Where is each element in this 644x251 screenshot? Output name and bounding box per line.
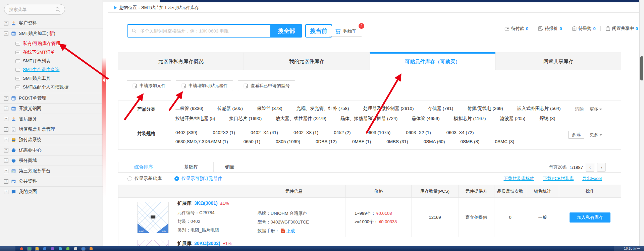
sidebar-item-public-data[interactable]: + 公共资料 [0,176,103,186]
datasheet-download-link[interactable]: 下载 [286,227,295,235]
tab-my-components[interactable]: 我的元器件库存 [244,52,369,70]
category-filter[interactable]: 嵌入式外围芯片 (564) [517,106,561,112]
taskbar-app-icon[interactable] [20,247,23,250]
category-filter[interactable]: 存储器 (781) [428,106,453,112]
package-filter[interactable]: 0DBS (12) [316,139,337,144]
package-filter[interactable]: 0630,SMD,7.3X6.6MM (1) [175,139,228,144]
expand-plus-icon[interactable]: + [4,96,8,101]
search-current-button[interactable]: 搜当前 [305,24,332,38]
sort-tab-comprehensive[interactable]: 综合排序 [118,162,169,172]
component-name-link[interactable]: 3KΩ(3001) [194,200,218,206]
search-box[interactable] [127,24,271,38]
category-filter[interactable]: 晶体管 (4659) [412,116,439,122]
sidebar-item-pcb-orders[interactable]: + PCB订单管理 [0,93,103,103]
download-pcb-package-link[interactable]: 下载PCB封装库 [543,176,574,182]
expand-plus-icon[interactable]: + [4,138,8,142]
component-photo[interactable]: 0.02 0.02 [137,202,169,233]
category-filter[interactable]: 保险丝 (378) [257,106,282,112]
sort-tab-basic-library[interactable]: 基础库 [169,162,214,172]
sidebar-search[interactable] [4,4,65,15]
submenu-item-smt-progress[interactable]: SMT生产进度查询 [0,65,103,74]
taskbar-app-icon[interactable] [90,247,93,250]
category-filter[interactable]: 焊锡 (3) [539,116,555,122]
submenu-item-offline-smt-order[interactable]: 在线下SMT订单 [0,48,103,57]
start-button[interactable] [0,246,15,251]
category-filter[interactable]: 按键开关/继电器 (5) [175,116,215,122]
radio-show-reservable-only[interactable] [174,176,179,181]
package-filter[interactable]: 0402_X8 (1) [293,130,318,135]
next-page-button[interactable]: › [597,163,606,172]
search-input[interactable] [140,28,267,34]
package-filter[interactable]: 0452 (2) [334,130,351,135]
sidebar-item-points-mall[interactable]: + 积分商城 [0,155,103,166]
taskbar-app-icon[interactable] [74,247,77,250]
category-filter[interactable]: 射频/无线电 (269) [467,106,503,112]
sidebar-item-prepayment[interactable]: + 预付款系统 [0,134,103,145]
idle-sharing-link[interactable]: 闲置共享中 0 [605,25,638,32]
taskbar-folder-icon[interactable] [36,247,39,250]
expand-plus-icon[interactable]: + [4,159,8,163]
clear-filters-link[interactable]: 清除 [575,106,584,112]
more-categories-link[interactable]: 更多 [590,106,602,112]
package-filter[interactable]: 0650 (1) [244,139,260,144]
package-filter[interactable]: 0402 (839) [175,130,197,135]
export-excel-link[interactable]: 导出Excel [582,176,602,182]
component-photo[interactable] [137,240,169,246]
taskbar-app-icon[interactable] [51,247,54,250]
expand-plus-icon[interactable]: + [4,107,8,111]
submenu-item-smt-habit-data[interactable]: SMT匹配个人习惯数据 [0,83,103,91]
sidebar-item-laser-stencil[interactable]: + 开激光钢网 [0,103,103,114]
tab-idle-shared-stock[interactable]: 闲置共享库存 [495,52,621,70]
pending-quote-link[interactable]: 待报价 0 [538,25,562,32]
taskbar-clock[interactable]: 16:10 周一 [624,246,640,251]
package-filter[interactable]: 0SMB (8) [461,139,480,144]
expand-plus-icon[interactable]: + [4,169,8,173]
search-all-button[interactable]: 搜全部 [271,24,302,38]
sidebar-item-customer-data[interactable]: + 客户资料 [0,18,103,28]
tab-private-stock-overview[interactable]: 元器件私有库存概况 [118,52,244,70]
sidebar-collapse-handle[interactable] [102,58,106,198]
category-filter[interactable]: 传感器 (505) [217,106,243,112]
taskbar-app-icon[interactable] [28,247,31,250]
category-filter[interactable]: 晶体、振荡器和谐振器 (724) [340,116,397,122]
radio-show-basic-label[interactable]: 仅显示基础库 [135,176,162,182]
category-filter[interactable]: 光耦、发光管、红外 (758) [297,106,349,112]
taskbar-app-icon[interactable] [82,247,85,250]
package-filter[interactable]: 0MBF (1) [352,139,371,144]
package-filter[interactable]: 0603_X2 (1) [406,130,431,135]
add-to-private-stock-button[interactable]: 加入私有库存 [570,212,610,223]
expand-plus-icon[interactable]: + [4,21,8,25]
category-filter[interactable]: 模拟芯片 (1167) [454,116,486,122]
package-filter[interactable]: 0402_X4 (41) [251,130,278,135]
component-name-link[interactable]: 30KΩ(3002) [194,241,220,246]
sidebar-item-vat-invoice[interactable]: + 增值税票开票管理 [0,124,103,134]
cart-button[interactable]: 购物车 2 [329,26,362,37]
sidebar-item-coupon-center[interactable]: + 优惠券中心 [0,145,103,155]
apply-add-component-button[interactable]: 申请添加元件 [127,80,171,91]
expand-plus-icon[interactable]: + [4,190,8,194]
submenu-item-private-stock[interactable]: 私有/可贴库存管理 [0,39,103,48]
package-filter[interactable]: 0603_X4 (72) [446,130,474,135]
submenu-item-smt-tools[interactable]: SMT贴片工具 [0,74,103,83]
taskbar-app-icon[interactable] [59,247,62,250]
category-filter[interactable]: 放大器、线性器件 (2279) [276,116,326,122]
package-filter[interactable]: 0MBS (31) [386,139,408,144]
radio-show-reservable-label[interactable]: 仅显示可预订元器件 [181,176,222,182]
sidebar-item-after-sales[interactable]: + 售后服务 [0,114,103,124]
category-filter[interactable]: 接口芯片 (1690) [229,116,262,122]
radio-show-basic-only[interactable] [127,176,132,181]
package-filter[interactable]: 0603 (1075) [366,130,391,135]
sidebar-search-input[interactable] [8,7,55,12]
sidebar-item-smt-processing[interactable]: − SMT贴片加工( 新) [0,28,103,39]
taskbar-app-icon[interactable] [43,247,46,250]
scrollbar-thumb[interactable] [640,56,643,80]
pending-purchase-link[interactable]: 待采购 0 [572,25,596,32]
taskbar-app-icon[interactable] [66,247,69,250]
expand-plus-icon[interactable]: + [4,179,8,184]
package-filter[interactable]: 0SMC (3) [495,139,515,144]
sidebar-item-thirdparty-platform[interactable]: + 第三方服务平台 [0,166,103,176]
package-filter[interactable]: 0402X2 (1) [213,130,235,135]
collapse-minus-icon[interactable]: − [4,32,8,36]
tab-mountable-stock[interactable]: 可贴元件库存（可购买） [370,52,495,70]
category-filter[interactable]: 处理器及微控制器 (2610) [363,106,414,112]
